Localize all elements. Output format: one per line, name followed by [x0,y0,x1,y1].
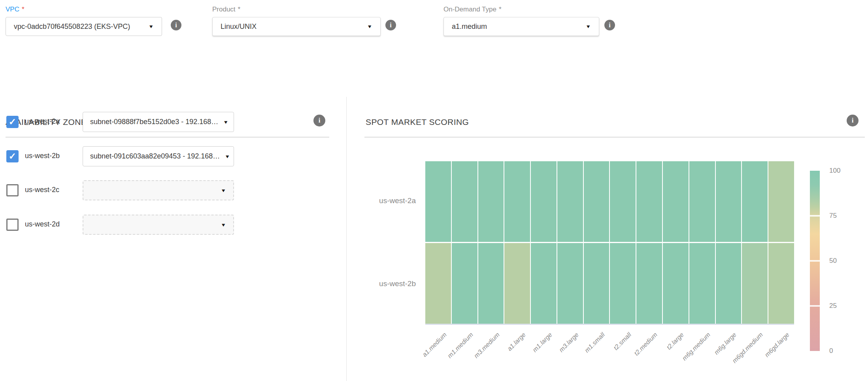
panel-divider [346,97,347,381]
on-demand-type-select[interactable]: a1.medium ▼ [443,17,599,36]
heatmap-cell-us-west-2a-m1.small [584,161,609,242]
heatmap-baseline [425,324,794,325]
vpc-label-text: VPC [6,6,19,13]
color-scale-label-25: 25 [829,301,857,311]
on-demand-type-select-value: a1.medium [452,23,487,31]
spot-market-scoring-info-icon[interactable]: i [847,115,859,126]
info-glyph: i [390,22,391,29]
chevron-down-icon: ▼ [221,188,226,193]
heatmap-x-label-t2.large: t2.large [633,331,685,381]
heatmap-x-label-m6gd.medium: m6gd.medium [712,331,764,381]
heatmap-x-label-m1.large: m1.large [501,331,554,381]
heatmap-x-label-a1.large: a1.large [475,331,527,381]
az-zone-label: us-west-2a [25,117,60,126]
heatmap-x-label-m3.medium: m3.medium [448,331,501,381]
az-checkbox-us-west-2c[interactable]: ✓ [6,184,19,196]
color-scale-label-50: 50 [829,256,857,266]
heatmap-row-label-us-west-2a: us-west-2a [329,196,416,206]
az-row-us-west-2d: ✓ us-west-2d ▼ [6,215,330,235]
required-asterisk: * [238,6,241,13]
az-zone-label: us-west-2b [25,152,60,160]
heatmap-cell-us-west-2b-m3.large [557,243,583,324]
heatmap-x-label-m1.medium: m1.medium [422,331,475,381]
subnet-select-us-west-2a[interactable]: subnet-09888f7be5152d0e3 - 192.168… ▼ [83,112,234,132]
az-row-us-west-2b: ✓ us-west-2b subnet-091c603aa82e09453 - … [6,146,330,166]
info-glyph: i [175,22,177,29]
heatmap-cell-us-west-2a-a1.large [504,161,530,242]
heatmap-cell-us-west-2b-m1.small [584,243,609,324]
heatmap-cell-us-west-2b-m6gd.medium [742,243,768,324]
heatmap-cell-us-west-2b-m6g.medium [689,243,715,324]
on-demand-type-info-icon[interactable]: i [604,20,615,30]
heatmap-cell-us-west-2b-t2.small [610,243,636,324]
subnet-select-us-west-2d: ▼ [83,215,234,235]
required-asterisk: * [499,6,502,13]
product-label: Product* [212,6,381,13]
heatmap-cell-us-west-2b-t2.large [663,243,689,324]
on-demand-type-label: On-Demand Type* [443,6,599,13]
required-asterisk: * [22,6,25,13]
heatmap-x-label-m6g.medium: m6g.medium [659,331,712,381]
heatmap-cell-us-west-2b-a1.medium [425,243,451,324]
heatmap-cell-us-west-2a-m1.medium [452,161,477,242]
heatmap-x-label-m3.large: m3.large [527,331,580,381]
product-info-icon[interactable]: i [385,20,396,30]
heatmap-cell-us-west-2b-m6gd.large [768,243,794,324]
heatmap-cell-us-west-2b-m1.medium [452,243,477,324]
on-demand-type-field-group: On-Demand Type* a1.medium ▼ [443,6,599,36]
checkmark-icon: ✓ [9,152,16,161]
heatmap-x-label-a1.medium: a1.medium [396,331,448,381]
subnet-select-value: subnet-09888f7be5152d0e3 - 192.168… [90,118,218,126]
color-scale-label-100: 100 [829,166,857,175]
spot-market-scoring-divider [364,137,865,138]
product-select[interactable]: Linux/UNIX ▼ [212,17,381,36]
subnet-select-us-west-2b[interactable]: subnet-091c603aa82e09453 - 192.168… ▼ [83,146,234,166]
heatmap-cell-us-west-2a-m3.large [557,161,583,242]
heatmap-cell-us-west-2a-m3.medium [478,161,504,242]
heatmap-x-label-t2.small: t2.small [580,331,633,381]
vpc-field-group: VPC* vpc-0adcb70f645508223 (EKS-VPC) ▼ [6,6,162,36]
heatmap-cell-us-west-2b-m1.large [531,243,557,324]
chevron-down-icon: ▼ [225,154,230,159]
info-glyph: i [609,22,610,29]
heatmap-x-label-t2.medium: t2.medium [606,331,659,381]
heatmap-cell-us-west-2b-m6g.large [716,243,742,324]
az-zone-label: us-west-2c [25,186,59,194]
heatmap-cell-us-west-2a-m6g.medium [689,161,715,242]
az-checkbox-us-west-2a[interactable]: ✓ [6,116,19,128]
az-zone-label: us-west-2d [25,220,60,228]
heatmap-cell-us-west-2a-a1.medium [425,161,451,242]
heatmap-x-label-m1.small: m1.small [554,331,606,381]
color-scale-tick [810,305,820,307]
heatmap-cell-us-west-2a-m6gd.medium [742,161,768,242]
product-select-value: Linux/UNIX [221,23,257,31]
heatmap-cell-us-west-2a-m1.large [531,161,557,242]
heatmap-cell-us-west-2a-t2.small [610,161,636,242]
chevron-down-icon: ▼ [221,222,226,227]
vpc-info-icon[interactable]: i [171,20,181,30]
product-label-text: Product [212,6,236,13]
az-checkbox-us-west-2d[interactable]: ✓ [6,219,19,231]
heatmap-cell-us-west-2a-m6gd.large [768,161,794,242]
info-glyph: i [852,117,854,124]
chevron-down-icon: ▼ [223,119,228,124]
spot-market-scoring-title: SPOT MARKET SCORING [366,117,469,127]
az-row-us-west-2a: ✓ us-west-2a subnet-09888f7be5152d0e3 - … [6,112,330,132]
on-demand-type-label-text: On-Demand Type [443,6,496,13]
heatmap-row-label-us-west-2b: us-west-2b [329,279,416,289]
vpc-label: VPC* [6,6,162,13]
product-field-group: Product* Linux/UNIX ▼ [212,6,381,36]
heatmap-cell-us-west-2a-t2.medium [636,161,662,242]
color-scale-tick [810,215,820,217]
color-scale-tick [810,260,820,262]
availability-zones-divider [6,137,329,138]
chevron-down-icon: ▼ [148,24,154,29]
vpc-select[interactable]: vpc-0adcb70f645508223 (EKS-VPC) ▼ [6,17,162,36]
spot-scoring-heatmap [425,161,794,324]
heatmap-x-label-m6g.large: m6g.large [685,331,738,381]
heatmap-cell-us-west-2b-m3.medium [478,243,504,324]
az-checkbox-us-west-2b[interactable]: ✓ [6,150,19,162]
color-scale-bar [810,171,820,351]
spot-cluster-config-screen: VPC* vpc-0adcb70f645508223 (EKS-VPC) ▼ i… [0,0,868,381]
heatmap-x-label-m6gd.large: m6gd.large [738,331,791,381]
